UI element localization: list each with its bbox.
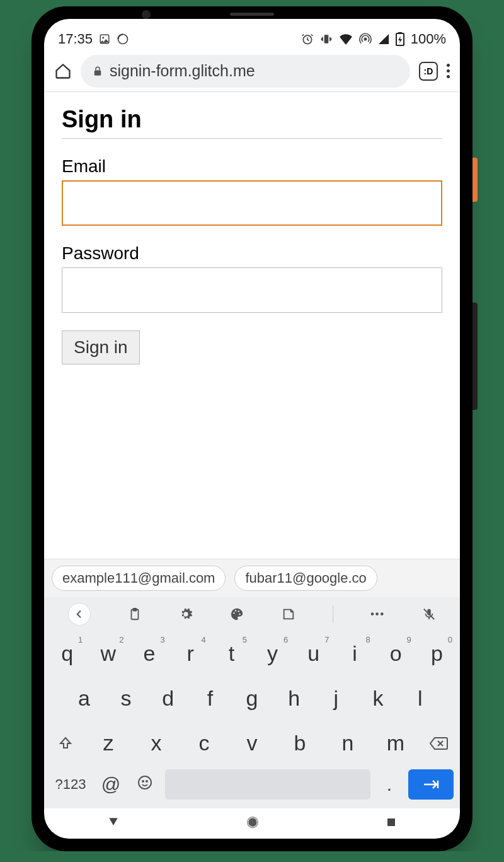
svg-rect-10 xyxy=(133,609,137,611)
signal-icon xyxy=(378,33,389,45)
enter-key[interactable] xyxy=(408,769,454,800)
at-key[interactable]: @ xyxy=(97,774,125,795)
key-d[interactable]: d xyxy=(147,679,189,718)
password-label: Password xyxy=(62,243,442,264)
url-text: signin-form.glitch.me xyxy=(110,62,255,80)
key-l[interactable]: l xyxy=(399,679,441,718)
key-s[interactable]: s xyxy=(105,679,147,718)
key-v[interactable]: v xyxy=(228,723,276,763)
browser-toolbar: signin-form.glitch.me :D xyxy=(44,50,460,92)
email-field[interactable] xyxy=(62,180,442,226)
hotspot-icon xyxy=(359,33,372,45)
period-key[interactable]: . xyxy=(377,774,402,795)
key-o[interactable]: o9 xyxy=(375,634,416,673)
page-content: Sign in Email Password Sign in xyxy=(44,92,460,559)
battery-icon xyxy=(396,32,404,46)
signin-button[interactable]: Sign in xyxy=(62,330,140,364)
more-icon[interactable]: ••• xyxy=(370,609,385,620)
tab-switcher[interactable]: :D xyxy=(419,62,438,81)
svg-point-17 xyxy=(139,776,151,789)
key-x[interactable]: x xyxy=(132,723,180,763)
emoji-key[interactable] xyxy=(131,775,159,795)
keyboard-row: ?123 @ . xyxy=(44,766,460,806)
key-z[interactable]: z xyxy=(84,723,132,763)
key-m[interactable]: m xyxy=(372,723,420,763)
palette-icon[interactable] xyxy=(230,607,244,621)
status-bar: 17:35 xyxy=(44,19,460,50)
svg-point-20 xyxy=(248,818,256,826)
wifi-icon xyxy=(339,33,353,45)
keyboard-row: zxcvbnm xyxy=(44,721,460,766)
image-icon xyxy=(99,33,110,45)
url-bar[interactable]: signin-form.glitch.me xyxy=(81,55,410,88)
svg-rect-22 xyxy=(387,818,395,826)
key-y[interactable]: y6 xyxy=(252,634,293,673)
symbols-key[interactable]: ?123 xyxy=(50,776,91,793)
space-key[interactable] xyxy=(165,769,370,800)
nav-recents-icon[interactable] xyxy=(386,817,397,830)
key-w[interactable]: w2 xyxy=(88,634,129,673)
home-icon[interactable] xyxy=(54,62,72,80)
password-field[interactable] xyxy=(62,267,442,313)
backspace-key[interactable] xyxy=(420,727,457,760)
keyboard-row: q1w2e3r4t5y6u7i8o9p0 xyxy=(44,631,460,676)
nav-home-icon[interactable] xyxy=(246,816,259,831)
svg-point-18 xyxy=(142,781,144,782)
key-r[interactable]: r4 xyxy=(170,634,211,673)
clipboard-icon[interactable] xyxy=(128,607,142,621)
key-h[interactable]: h xyxy=(273,679,315,718)
data-saver-icon xyxy=(117,33,129,45)
key-q[interactable]: q1 xyxy=(47,634,88,673)
svg-rect-8 xyxy=(94,70,101,75)
autofill-suggestions: example111@gmail.com fubar11@google.co xyxy=(44,559,460,597)
mic-off-icon[interactable] xyxy=(422,607,436,621)
svg-rect-7 xyxy=(398,32,402,34)
lock-icon xyxy=(92,65,103,78)
key-f[interactable]: f xyxy=(189,679,231,718)
key-n[interactable]: n xyxy=(324,723,372,763)
vibrate-icon xyxy=(320,33,333,45)
svg-point-12 xyxy=(235,610,236,611)
svg-rect-4 xyxy=(324,35,328,43)
soft-keyboard: ••• q1w2e3r4t5y6u7i8o9p0 asdfghjkl zxcvb… xyxy=(44,597,460,808)
svg-point-13 xyxy=(238,610,239,612)
menu-icon[interactable] xyxy=(447,64,450,78)
svg-point-14 xyxy=(239,614,241,615)
email-label: Email xyxy=(62,156,442,177)
key-p[interactable]: p0 xyxy=(416,634,457,673)
key-a[interactable]: a xyxy=(63,679,105,718)
key-u[interactable]: u7 xyxy=(293,634,334,673)
sticker-icon[interactable] xyxy=(282,607,295,621)
key-e[interactable]: e3 xyxy=(129,634,169,673)
alarm-icon xyxy=(301,33,314,45)
page-title: Sign in xyxy=(62,106,442,139)
suggestion-chip[interactable]: fubar11@google.co xyxy=(234,566,377,591)
system-nav-bar xyxy=(44,808,460,839)
key-k[interactable]: k xyxy=(357,679,399,718)
gear-icon[interactable] xyxy=(179,607,193,621)
svg-point-1 xyxy=(102,37,104,38)
svg-point-11 xyxy=(234,612,235,614)
svg-point-19 xyxy=(146,781,147,782)
battery-percent: 100% xyxy=(411,31,446,47)
shift-key[interactable] xyxy=(47,727,84,760)
keyboard-row: asdfghjkl xyxy=(44,676,460,721)
keyboard-toolbar: ••• xyxy=(44,597,460,631)
key-b[interactable]: b xyxy=(276,723,324,763)
nav-back-icon[interactable] xyxy=(107,816,120,831)
suggestion-chip[interactable]: example111@gmail.com xyxy=(52,566,226,591)
key-i[interactable]: i8 xyxy=(334,634,375,673)
key-t[interactable]: t5 xyxy=(211,634,252,673)
key-j[interactable]: j xyxy=(315,679,357,718)
key-g[interactable]: g xyxy=(231,679,273,718)
status-time: 17:35 xyxy=(58,31,93,47)
key-c[interactable]: c xyxy=(180,723,228,763)
kb-back-icon[interactable] xyxy=(68,603,91,626)
svg-point-5 xyxy=(364,38,366,40)
